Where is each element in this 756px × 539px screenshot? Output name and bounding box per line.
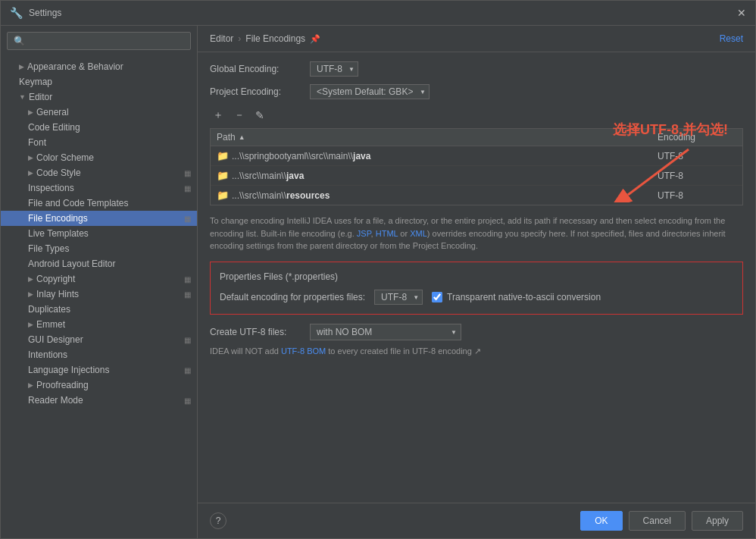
sidebar-item-gui-designer[interactable]: GUI Designer ▦ bbox=[1, 332, 197, 347]
cancel-button[interactable]: Cancel bbox=[629, 511, 686, 531]
sidebar-item-code-style[interactable]: ▶ Code Style ▦ bbox=[1, 165, 197, 180]
footer-right: OK Cancel Apply bbox=[580, 511, 743, 531]
folder-icon: 📁 bbox=[217, 170, 229, 181]
folder-icon: 📁 bbox=[217, 190, 229, 201]
bom-dropdown-wrap: with NO BOM with BOM always add BOM bbox=[310, 324, 461, 340]
edit-path-button[interactable]: ✎ bbox=[252, 108, 267, 123]
sidebar-item-label: Android Layout Editor bbox=[28, 259, 115, 269]
sidebar-item-emmet[interactable]: ▶ Emmet bbox=[1, 317, 197, 332]
breadcrumb-separator: › bbox=[238, 33, 241, 44]
sidebar-item-label: Copyright bbox=[36, 274, 75, 284]
sidebar-item-label: Color Scheme bbox=[36, 152, 94, 163]
transparent-label: Transparent native-to-ascii conversion bbox=[447, 292, 601, 302]
sidebar-item-label: Font bbox=[28, 137, 46, 148]
badge-icon-copyright: ▦ bbox=[184, 275, 191, 284]
footer: ? OK Cancel Apply bbox=[198, 503, 755, 538]
global-encoding-select[interactable]: UTF-8 bbox=[310, 61, 358, 77]
sidebar-item-file-encodings[interactable]: File Encodings ▦ bbox=[1, 211, 197, 226]
path-text-2: ...\\src\\main\\resources bbox=[232, 190, 330, 201]
expand-arrow-color: ▶ bbox=[28, 154, 33, 161]
path-encoding-table: Path ▲ Encoding 📁 ...\\spring bbox=[210, 128, 743, 205]
table-annotation-container: Path ▲ Encoding 📁 ...\\spring bbox=[210, 128, 743, 205]
transparent-checkbox-wrap[interactable]: Transparent native-to-ascii conversion bbox=[432, 292, 601, 302]
bom-select[interactable]: with NO BOM with BOM always add BOM bbox=[310, 324, 461, 340]
breadcrumb-current: File Encodings bbox=[245, 33, 305, 44]
properties-files-box: Properties Files (*.properties) Default … bbox=[210, 262, 743, 315]
sidebar-item-file-code-templates[interactable]: File and Code Templates bbox=[1, 196, 197, 211]
encoding-col-label: Encoding bbox=[658, 132, 695, 143]
add-path-button[interactable]: ＋ bbox=[210, 107, 226, 124]
close-button[interactable]: ✕ bbox=[737, 7, 746, 19]
col-header-encoding: Encoding bbox=[651, 129, 742, 146]
ok-button[interactable]: OK bbox=[580, 511, 622, 531]
sidebar-item-general[interactable]: ▶ General bbox=[1, 105, 197, 120]
expand-arrow-copyright: ▶ bbox=[28, 275, 33, 283]
sidebar-item-label: Live Templates bbox=[28, 228, 89, 239]
sidebar-item-file-types[interactable]: File Types bbox=[1, 241, 197, 256]
project-encoding-row: Project Encoding: <System Default: GBK> bbox=[210, 84, 743, 99]
apply-button[interactable]: Apply bbox=[692, 511, 743, 531]
expand-arrow-codestyle: ▶ bbox=[28, 169, 33, 177]
expand-arrow-editor: ▼ bbox=[19, 93, 26, 101]
bom-section: Create UTF-8 files: with NO BOM with BOM… bbox=[210, 324, 743, 356]
sidebar-item-android-layout-editor[interactable]: Android Layout Editor bbox=[1, 256, 197, 271]
project-encoding-dropdown-wrap: <System Default: GBK> bbox=[310, 84, 430, 99]
global-encoding-dropdown-wrap: UTF-8 bbox=[310, 61, 358, 77]
table-row[interactable]: 📁 ...\\springbootyaml\\src\\main\\java U… bbox=[211, 146, 742, 166]
remove-path-button[interactable]: － bbox=[231, 107, 248, 124]
badge-icon-file-encodings: ▦ bbox=[184, 215, 191, 223]
properties-title: Properties Files (*.properties) bbox=[220, 271, 733, 282]
badge-icon-codestyle: ▦ bbox=[184, 169, 191, 177]
panel-content: Global Encoding: UTF-8 Project Encoding:… bbox=[198, 52, 755, 503]
col-header-path: Path ▲ bbox=[211, 129, 651, 146]
sidebar-item-label: File Types bbox=[28, 243, 69, 254]
project-encoding-select[interactable]: <System Default: GBK> bbox=[310, 84, 430, 99]
sidebar-item-proofreading[interactable]: ▶ Proofreading bbox=[1, 378, 197, 393]
badge-icon-inlay: ▦ bbox=[184, 290, 191, 299]
window-title: Settings bbox=[29, 8, 61, 18]
folder-icon: 📁 bbox=[217, 150, 229, 161]
sidebar-item-keymap[interactable]: Keymap bbox=[1, 74, 197, 89]
utf8-bom-link[interactable]: UTF-8 BOM bbox=[281, 346, 326, 356]
properties-row: Default encoding for properties files: U… bbox=[220, 290, 733, 305]
sidebar-item-code-editing[interactable]: Code Editing bbox=[1, 120, 197, 135]
expand-arrow-appearance: ▶ bbox=[19, 63, 24, 71]
main-panel: Editor › File Encodings 📌 Reset Global E… bbox=[198, 26, 755, 538]
sidebar-item-reader-mode[interactable]: Reader Mode ▦ bbox=[1, 393, 197, 408]
sidebar-item-editor[interactable]: ▼ Editor bbox=[1, 89, 197, 105]
sidebar-item-copyright[interactable]: ▶ Copyright ▦ bbox=[1, 271, 197, 287]
reset-link[interactable]: Reset bbox=[720, 33, 743, 44]
sidebar-item-inspections[interactable]: Inspections ▦ bbox=[1, 180, 197, 196]
table-row[interactable]: 📁 ...\\src\\main\\java UTF-8 bbox=[211, 166, 742, 186]
badge-icon-gui: ▦ bbox=[184, 336, 191, 344]
sidebar-item-color-scheme[interactable]: ▶ Color Scheme bbox=[1, 150, 197, 165]
sidebar-item-intentions[interactable]: Intentions bbox=[1, 347, 197, 362]
help-button[interactable]: ? bbox=[210, 512, 226, 529]
sidebar-item-appearance[interactable]: ▶ Appearance & Behavior bbox=[1, 59, 197, 74]
titlebar: 🔧 Settings ✕ bbox=[1, 1, 755, 26]
table-row[interactable]: 📁 ...\\src\\main\\resources UTF-8 bbox=[211, 186, 742, 205]
bom-info: IDEA will NOT add UTF-8 BOM to every cre… bbox=[210, 346, 743, 356]
expand-arrow-emmet: ▶ bbox=[28, 321, 33, 328]
main-content: ▶ Appearance & Behavior Keymap ▼ Editor … bbox=[1, 26, 755, 538]
props-encoding-select[interactable]: UTF-8 bbox=[374, 290, 423, 305]
sort-arrow-icon: ▲ bbox=[239, 133, 245, 141]
badge-icon-lang-inj: ▦ bbox=[184, 366, 191, 374]
encoding-cell-0: UTF-8 bbox=[651, 147, 742, 165]
sidebar-item-language-injections[interactable]: Language Injections ▦ bbox=[1, 362, 197, 378]
sidebar-item-label: Intentions bbox=[28, 349, 67, 360]
sidebar-item-inlay-hints[interactable]: ▶ Inlay Hints ▦ bbox=[1, 287, 197, 302]
global-encoding-label: Global Encoding: bbox=[210, 64, 301, 74]
transparent-checkbox[interactable] bbox=[432, 292, 442, 302]
badge-icon-inspections: ▦ bbox=[184, 184, 191, 193]
sidebar-item-live-templates[interactable]: Live Templates bbox=[1, 226, 197, 241]
sidebar-item-label: Code Style bbox=[36, 168, 81, 178]
expand-arrow-general: ▶ bbox=[28, 108, 33, 116]
sidebar-item-font[interactable]: Font bbox=[1, 135, 197, 150]
global-encoding-row: Global Encoding: UTF-8 bbox=[210, 61, 743, 77]
sidebar-item-duplicates[interactable]: Duplicates bbox=[1, 302, 197, 317]
sidebar-item-label: Duplicates bbox=[28, 304, 70, 315]
search-input[interactable] bbox=[7, 32, 191, 50]
sidebar-item-label: Keymap bbox=[19, 77, 52, 87]
expand-arrow-proof: ▶ bbox=[28, 381, 33, 389]
